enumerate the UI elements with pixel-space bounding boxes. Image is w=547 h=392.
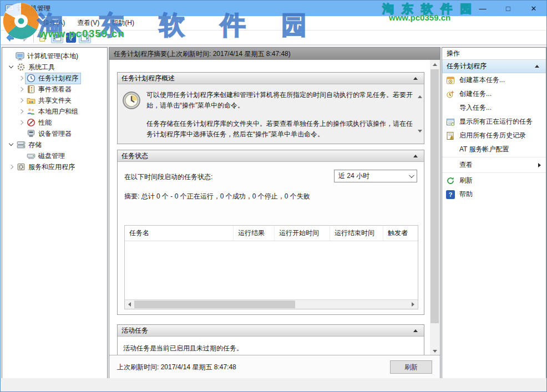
overview-body: 可以使用任务计划程序来创建和管理计算机将在所指定的时间自动执行的常见任务。若要开… bbox=[118, 84, 424, 144]
device-icon bbox=[27, 129, 36, 138]
actions-group-task-scheduler[interactable]: 任务计划程序 bbox=[442, 60, 546, 73]
maximize-button[interactable]: □ bbox=[495, 1, 521, 16]
menu-action[interactable]: 操作(A) bbox=[37, 16, 71, 30]
overview-section: 任务计划程序概述 可以使用任务计划程序来创建和管理计算机将在所指定的时间自动执行… bbox=[117, 72, 424, 144]
chevron-down-icon bbox=[409, 172, 414, 178]
collapse-icon[interactable] bbox=[411, 151, 420, 160]
scroll-down-icon[interactable] bbox=[418, 133, 422, 140]
active-tasks-section-title: 活动任务 bbox=[121, 326, 148, 335]
tree-item-content: 服务和应用程序 bbox=[16, 162, 77, 172]
tree-item-task-scheduler[interactable]: 任务计划程序 bbox=[2, 73, 107, 84]
submenu-arrow-icon bbox=[538, 163, 541, 167]
expander-collapsed-icon[interactable] bbox=[17, 118, 26, 127]
tree-item-label: 共享文件夹 bbox=[38, 96, 72, 105]
vertical-scrollbar-thumb[interactable] bbox=[430, 69, 439, 323]
last-refresh-time: 上次刷新时间: 2017/4/14 星期五 8:47:48 bbox=[117, 363, 236, 372]
action-label: 帮助 bbox=[459, 190, 473, 199]
help-icon[interactable]: ? bbox=[65, 32, 77, 43]
collapse-icon[interactable] bbox=[533, 62, 541, 71]
refresh-button[interactable]: 刷新 bbox=[390, 360, 432, 374]
vertical-scrollbar[interactable] bbox=[430, 60, 439, 356]
services-icon bbox=[17, 162, 26, 171]
expander-collapsed-icon[interactable] bbox=[17, 107, 26, 116]
title-bar: 计算机管理 — □ ✕ bbox=[1, 1, 546, 16]
action-help[interactable]: ?帮助 bbox=[442, 187, 546, 201]
scroll-up-icon[interactable] bbox=[430, 60, 439, 69]
tree-item-content: 本地用户和组 bbox=[26, 106, 80, 117]
users-icon bbox=[27, 107, 36, 116]
task-status-section-header[interactable]: 任务状态 bbox=[118, 150, 424, 162]
action-label: 查看 bbox=[459, 160, 473, 170]
back-icon[interactable] bbox=[4, 32, 16, 43]
tree-item-local-users-groups[interactable]: 本地用户和组 bbox=[2, 106, 107, 117]
overview-section-header[interactable]: 任务计划程序概述 bbox=[118, 73, 424, 84]
column-header[interactable]: 触发者 bbox=[383, 226, 418, 241]
action-at-service-account[interactable]: AT 服务帐户配置 bbox=[442, 142, 546, 156]
collapse-icon[interactable] bbox=[411, 74, 420, 83]
icon-spacer bbox=[446, 161, 455, 170]
expander-expanded-icon[interactable] bbox=[7, 63, 16, 72]
action-create-basic-task[interactable]: 创建基本任务... bbox=[442, 73, 546, 87]
action-import-task[interactable]: 导入任务... bbox=[442, 101, 546, 115]
action-label: 创建基本任务... bbox=[459, 75, 505, 85]
menu-file[interactable]: 文件(F) bbox=[3, 16, 37, 30]
window-title: 计算机管理 bbox=[17, 4, 50, 13]
show-action-pane-icon[interactable] bbox=[79, 32, 91, 43]
svg-text:?: ? bbox=[69, 34, 73, 42]
menu-view[interactable]: 查看(V) bbox=[71, 16, 105, 30]
tree-item-disk-management[interactable]: 磁盘管理 bbox=[2, 150, 107, 161]
tree-item-services-applications[interactable]: 服务和应用程序 bbox=[2, 161, 107, 172]
computer-management-window: 计算机管理 — □ ✕ 文件(F)操作(A)查看(V)帮助(H) ? 计算机管理… bbox=[0, 0, 547, 392]
time-period-dropdown[interactable]: 近 24 小时 bbox=[334, 170, 417, 182]
tree-item-label: 任务计划程序 bbox=[38, 74, 78, 83]
column-header[interactable]: 运行开始时间 bbox=[275, 226, 330, 241]
tree-item-content: 事件查看器 bbox=[26, 84, 74, 95]
tree-item-storage[interactable]: 存储 bbox=[2, 139, 107, 150]
actions-panel: 操作 任务计划程序 创建基本任务...创建任务...导入任务...显示所有正在运… bbox=[442, 47, 546, 379]
expander-spacer bbox=[6, 52, 14, 60]
tree-item-shared-folders[interactable]: 共享文件夹 bbox=[2, 95, 107, 106]
tree-item-label: 计算机管理(本地) bbox=[27, 52, 78, 61]
tree-item-label: 系统工具 bbox=[28, 63, 55, 72]
task-status-section-title: 任务状态 bbox=[121, 151, 148, 161]
tree-item-computer-management-local[interactable]: 计算机管理(本地) bbox=[2, 50, 107, 62]
action-view[interactable]: 查看 bbox=[442, 158, 546, 172]
forward-icon[interactable] bbox=[18, 32, 30, 43]
computer-icon bbox=[16, 52, 24, 60]
menu-help[interactable]: 帮助(H) bbox=[105, 16, 140, 30]
icon-spacer bbox=[446, 145, 455, 154]
expander-expanded-icon[interactable] bbox=[7, 140, 16, 149]
minimize-button[interactable]: — bbox=[470, 1, 495, 16]
actions-group-title: 任务计划程序 bbox=[447, 62, 487, 71]
show-console-tree-icon[interactable] bbox=[51, 32, 63, 43]
horizontal-scrollbar[interactable] bbox=[125, 299, 418, 309]
action-label: 显示所有正在运行的任务 bbox=[459, 117, 533, 126]
horizontal-scrollbar-thumb[interactable] bbox=[134, 301, 295, 308]
expander-collapsed-icon[interactable] bbox=[17, 85, 26, 94]
collapse-icon[interactable] bbox=[411, 326, 420, 335]
expander-collapsed-icon[interactable] bbox=[17, 74, 26, 83]
scroll-right-icon[interactable] bbox=[408, 300, 418, 309]
action-create-task[interactable]: 创建任务... bbox=[442, 87, 546, 101]
tree-item-system-tools[interactable]: 系统工具 bbox=[2, 62, 107, 73]
scroll-left-icon[interactable] bbox=[125, 300, 134, 309]
export-list-icon[interactable] bbox=[37, 32, 49, 43]
column-header[interactable]: 任务名 bbox=[125, 226, 234, 241]
tree-item-performance[interactable]: 性能 bbox=[2, 117, 107, 128]
active-tasks-section-header[interactable]: 活动任务 bbox=[118, 325, 424, 337]
action-separator bbox=[442, 157, 546, 157]
tree-item-device-manager[interactable]: 设备管理器 bbox=[2, 128, 107, 139]
scroll-up-icon[interactable] bbox=[418, 88, 422, 95]
tree-item-event-viewer[interactable]: 事件查看器 bbox=[2, 84, 107, 95]
column-header[interactable]: 运行结果 bbox=[234, 226, 275, 241]
expander-collapsed-icon[interactable] bbox=[7, 162, 16, 171]
action-refresh[interactable]: 刷新 bbox=[442, 174, 546, 187]
console-tree: 计算机管理(本地)系统工具任务计划程序事件查看器共享文件夹本地用户和组性能设备管… bbox=[2, 48, 107, 172]
action-show-running-tasks[interactable]: 显示所有正在运行的任务 bbox=[442, 115, 546, 129]
close-button[interactable]: ✕ bbox=[521, 1, 546, 16]
expander-collapsed-icon[interactable] bbox=[17, 96, 26, 105]
action-enable-task-history[interactable]: 启用所有任务历史记录 bbox=[442, 129, 546, 142]
status-filter-label: 在以下时间段启动的任务状态: bbox=[124, 172, 212, 182]
column-header[interactable]: 运行结束时间 bbox=[330, 226, 383, 241]
active-tasks-description: 活动任务是当前已启用且未过期的任务。 bbox=[123, 344, 424, 353]
